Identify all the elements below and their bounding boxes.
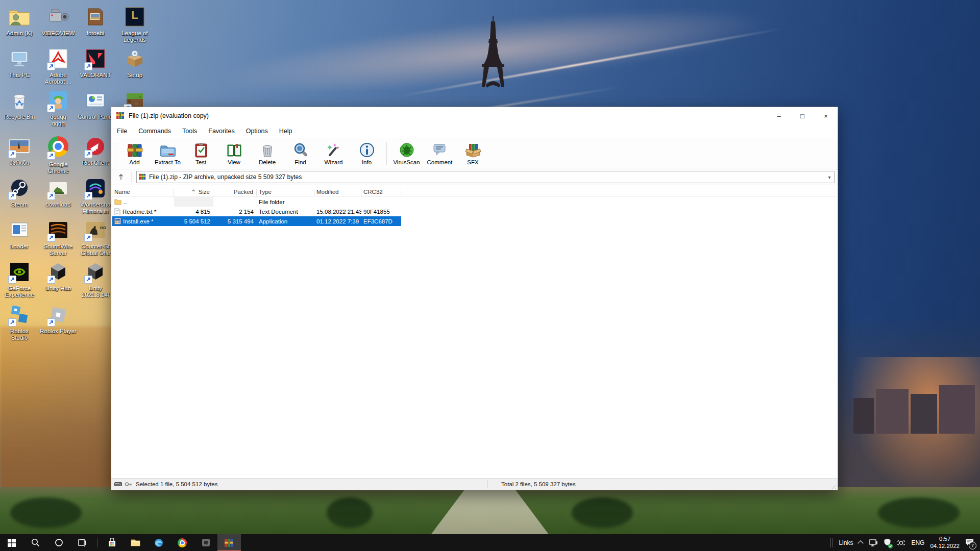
desktop-icon-riot-client[interactable]: Riot Client [76, 135, 115, 166]
desktop-icon-filmora[interactable]: WondershaFilmora th [76, 177, 115, 215]
microsoft-store-button[interactable] [100, 534, 124, 551]
view-icon [226, 142, 242, 158]
cortana-button[interactable] [47, 534, 70, 551]
close-button[interactable]: × [814, 107, 838, 124]
links-toolbar-label[interactable]: Links [839, 539, 853, 546]
file-row-readme[interactable]: Readme.txt * 4 815 2 154 Text Document 1… [112, 207, 837, 216]
view-button[interactable]: View [217, 139, 251, 168]
menu-options[interactable]: Options [240, 128, 274, 135]
desktop-icon-videoview[interactable]: VIDEOVIEW [39, 5, 78, 37]
desktop-icon-this-pc[interactable]: This PC [0, 47, 39, 79]
desktop-icon-roblox-player[interactable]: Roblox Player [39, 303, 78, 335]
column-modified[interactable]: Modified [314, 189, 361, 196]
shortcut-arrow-icon [47, 104, 55, 112]
desktop-icon-soundwire[interactable]: SoundWireServer [39, 218, 78, 257]
menu-tools[interactable]: Tools [177, 128, 203, 135]
file-explorer-button[interactable] [124, 534, 147, 551]
info-button[interactable]: Info [350, 139, 383, 168]
column-size[interactable]: Size [174, 189, 213, 196]
virusscan-button[interactable]: VirusScan [390, 139, 423, 168]
toolbar: Add Extract To Test View Delete Find [111, 138, 838, 169]
desktop-icon-adobe-acrobat[interactable]: AdobeAcrobat ... [39, 47, 78, 85]
column-crc32[interactable]: CRC32 [361, 189, 401, 196]
desktop-icon-geforce-experience[interactable]: GeForceExperience [0, 260, 39, 298]
title-bar[interactable]: File (1).zip (evaluation copy) – □ × [111, 107, 838, 124]
file-row-parent[interactable]: .. File folder [112, 197, 837, 207]
status-selected-text: Selected 1 file, 5 504 512 bytes [136, 481, 217, 487]
taskbar-search-button[interactable] [23, 534, 47, 551]
menu-commands[interactable]: Commands [133, 128, 177, 135]
icon-label: SoundWire [39, 243, 78, 250]
find-button[interactable]: Find [284, 139, 317, 168]
desktop-icon-control-panel[interactable]: Control Panel [76, 89, 115, 120]
extract-to-button[interactable]: Extract To [151, 139, 184, 168]
roblox-taskbar-button[interactable] [194, 534, 217, 551]
address-combobox[interactable]: File (1).zip - ZIP archive, unpacked siz… [136, 171, 835, 183]
desktop-icon-chrome[interactable]: GoogleChrome [39, 135, 78, 174]
desktop-icon-setup[interactable]: Setup [115, 47, 154, 79]
language-indicator[interactable]: ENG [911, 539, 924, 546]
comment-button[interactable]: Comment [423, 139, 456, 168]
maximize-button[interactable]: □ [791, 107, 814, 124]
virusscan-icon [399, 142, 415, 158]
shortcut-arrow-icon [84, 62, 92, 70]
show-hidden-icons-chevron[interactable] [859, 540, 864, 545]
winrar-taskbar-button[interactable] [217, 534, 241, 551]
task-view-button[interactable] [70, 534, 94, 551]
desktop-icon-paris-photo[interactable]: პარიზი [0, 135, 39, 166]
desktop-icon-loader[interactable]: Loader [0, 218, 39, 250]
column-headers: Name Size Packed Type Modified CRC32 [112, 185, 837, 197]
desktop-icon-fotoebi[interactable]: fotoebi [76, 5, 115, 37]
icon-label: GeForce [0, 285, 39, 292]
chevron-down-icon[interactable]: ▾ [825, 174, 834, 180]
column-type[interactable]: Type [257, 189, 314, 196]
tray-clock[interactable]: 0:57 04.12.2022 [930, 536, 960, 550]
desktop-icon-qqqqq-game[interactable]: qqqqqqqqq [39, 89, 78, 127]
network-display-tray-icon[interactable] [869, 539, 878, 546]
loader-window-icon [8, 218, 31, 242]
add-button[interactable]: Add [118, 139, 151, 168]
info-icon [359, 142, 375, 158]
desktop-icon-download[interactable]: download [39, 177, 78, 208]
desktop-icon-roblox-studio[interactable]: RobloxStudio [0, 303, 39, 341]
icon-label: Google [39, 161, 78, 168]
minimize-button[interactable]: – [767, 107, 791, 124]
status-total-text: Total 2 files, 5 509 327 bytes [501, 481, 576, 487]
desktop-icon-unity-editor[interactable]: Unity2021.3.14f [76, 260, 115, 298]
resize-grip[interactable] [830, 483, 837, 489]
icon-label: პარიზი [0, 160, 39, 166]
action-center-button[interactable]: 7 [965, 538, 974, 547]
menu-help[interactable]: Help [274, 128, 298, 135]
desktop-icon-steam[interactable]: Steam [0, 177, 39, 208]
up-one-level-button[interactable] [113, 171, 129, 183]
icon-label: Riot Client [76, 160, 115, 166]
column-name[interactable]: Name [112, 189, 174, 196]
delete-button[interactable]: Delete [251, 139, 284, 168]
test-button[interactable]: Test [184, 139, 217, 168]
wizard-button[interactable]: Wizard [317, 139, 350, 168]
shortcut-arrow-icon [84, 192, 92, 200]
desktop-icon-recycle-bin[interactable]: Recycle Bin [0, 89, 39, 120]
menu-file[interactable]: File [111, 128, 133, 135]
tray-handle[interactable] [830, 538, 833, 547]
desktop-icon-league-of-legends[interactable]: L League ofLegends [115, 5, 154, 43]
desktop-icon-admin-folder[interactable]: Admin (K) [0, 5, 39, 37]
shortcut-arrow-icon [8, 318, 16, 327]
menu-favorites[interactable]: Favorites [203, 128, 240, 135]
sfx-button[interactable]: SFX [456, 139, 489, 168]
extract-to-icon [160, 142, 176, 158]
desktop-icon-unity-hub[interactable]: Unity Hub [39, 260, 78, 292]
sfx-icon [465, 142, 481, 158]
task-view-icon [78, 538, 87, 547]
delete-icon [259, 142, 276, 158]
column-packed[interactable]: Packed [213, 189, 257, 196]
chrome-taskbar-button[interactable] [170, 534, 194, 551]
file-row-install-selected[interactable]: Install.exe * 5 504 512 5 315 494 Applic… [112, 216, 401, 226]
security-tray-icon-wrap[interactable] [884, 538, 891, 547]
camera-tray-icon[interactable] [897, 539, 905, 546]
icon-label: Admin (K) [0, 30, 39, 37]
desktop-icon-valorant[interactable]: VALORANT [76, 47, 115, 79]
start-button[interactable] [0, 534, 23, 551]
edge-button[interactable] [147, 534, 170, 551]
desktop-icon-csgo[interactable]: GO Counter-StGlobal Offe [76, 218, 115, 257]
